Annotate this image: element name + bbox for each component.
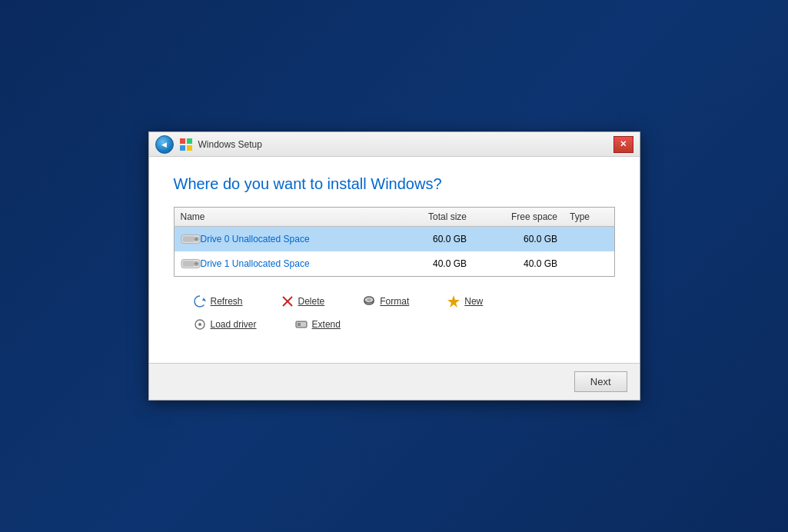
svg-point-22 [198,323,201,326]
table-header-row: Name Total size Free space Type [174,208,614,227]
new-icon [446,294,461,309]
new-button[interactable]: New [443,292,486,311]
delete-icon [280,294,295,309]
page-heading: Where do you want to install Windows? [174,175,615,193]
toolbar: Refresh Delete [174,286,615,347]
drive-total-size: 40.0 GB [394,251,473,277]
table-row[interactable]: Drive 1 Unallocated Space 40.0 GB40.0 GB [174,251,614,277]
col-name: Name [174,208,394,227]
title-bar: Windows Setup ✕ [149,132,640,157]
col-free-space: Free space [473,208,564,227]
refresh-label: Refresh [211,296,243,307]
svg-marker-20 [447,295,460,308]
setup-window: Windows Setup ✕ Where do you want to ins… [148,131,640,401]
load-driver-button[interactable]: Load driver [189,315,260,334]
svg-rect-24 [298,323,301,326]
refresh-icon [192,294,208,309]
table-body: Drive 0 Unallocated Space 60.0 GB60.0 GB… [174,227,614,277]
svg-point-7 [195,238,197,240]
col-total-size: Total size [394,208,473,227]
svg-rect-1 [187,138,192,144]
delete-button[interactable]: Delete [277,292,328,311]
drive-table: Name Total size Free space Type [174,207,615,277]
table-row[interactable]: Drive 0 Unallocated Space 60.0 GB60.0 GB [174,227,614,252]
format-button[interactable]: Format [358,292,412,311]
svg-rect-0 [180,138,185,144]
title-bar-left: Windows Setup [155,135,613,154]
svg-rect-3 [187,145,192,151]
svg-rect-10 [182,261,194,266]
svg-point-19 [367,298,371,301]
next-button[interactable]: Next [574,371,627,392]
svg-rect-5 [182,236,194,241]
drive-name-cell: Drive 1 Unallocated Space [174,251,394,277]
drive-name-cell: Drive 0 Unallocated Space [174,227,394,252]
window-title: Windows Setup [198,139,262,150]
drive-type [564,227,614,252]
drive-total-size: 60.0 GB [394,227,473,252]
extend-label: Extend [312,319,341,330]
format-icon [361,294,377,309]
close-button[interactable]: ✕ [613,136,633,153]
load-driver-label: Load driver [211,319,257,330]
toolbar-row-1: Refresh Delete [189,292,600,311]
drive-free-space: 40.0 GB [473,251,564,277]
extend-icon [294,317,309,332]
delete-label: Delete [298,296,325,307]
desktop: Windows Setup ✕ Where do you want to ins… [0,0,788,532]
content-area: Where do you want to install Windows? Na… [149,157,640,363]
svg-rect-2 [180,145,185,151]
window-icon [178,137,194,152]
extend-button[interactable]: Extend [291,315,344,334]
toolbar-row-2: Load driver Extend [189,315,600,334]
refresh-button[interactable]: Refresh [189,292,246,311]
load-driver-icon [192,317,208,332]
format-label: Format [380,296,409,307]
col-type: Type [564,208,614,227]
new-label: New [464,296,483,307]
back-button[interactable] [155,135,174,154]
drive-type [564,251,614,277]
footer: Next [149,363,640,400]
svg-point-12 [195,263,197,264]
drive-free-space: 60.0 GB [473,227,564,252]
